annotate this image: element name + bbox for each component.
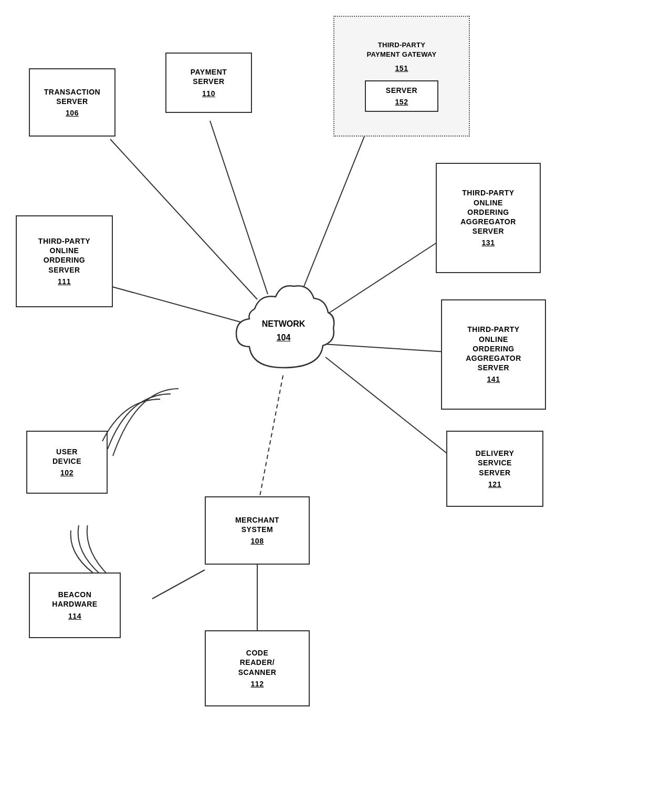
svg-line-1 bbox=[210, 121, 268, 294]
aggregator-131-node: THIRD-PARTYONLINEORDERINGAGGREGATORSERVE… bbox=[436, 163, 541, 273]
wireless-arcs-1 bbox=[97, 373, 181, 457]
transaction-server-label: TRANSACTIONSERVER bbox=[44, 87, 100, 106]
aggregator-141-label: THIRD-PARTYONLINEORDERINGAGGREGATORSERVE… bbox=[466, 325, 521, 372]
code-reader-label: CODEREADER/SCANNER bbox=[238, 648, 277, 677]
payment-server-id: 110 bbox=[202, 89, 215, 98]
gateway-outer-node: THIRD-PARTYPAYMENT GATEWAY 151 SERVER 15… bbox=[333, 16, 470, 137]
network-label: NETWORK 104 bbox=[262, 318, 306, 344]
transaction-server-id: 106 bbox=[66, 108, 79, 118]
user-device-node: USERDEVICE 102 bbox=[26, 431, 108, 494]
payment-server-node: PAYMENTSERVER 110 bbox=[165, 53, 252, 113]
server-152-id: 152 bbox=[395, 97, 408, 107]
svg-line-0 bbox=[110, 139, 257, 299]
ordering-server-111-label: THIRD-PARTYONLINEORDERINGSERVER bbox=[38, 236, 90, 275]
delivery-service-node: DELIVERYSERVICESERVER 121 bbox=[446, 431, 543, 507]
aggregator-131-label: THIRD-PARTYONLINEORDERINGAGGREGATORSERVE… bbox=[460, 188, 516, 236]
svg-line-5 bbox=[323, 344, 446, 352]
merchant-system-node: MERCHANTSYSTEM 108 bbox=[205, 496, 310, 565]
svg-line-7 bbox=[257, 373, 284, 509]
aggregator-141-id: 141 bbox=[487, 374, 500, 384]
server-152-node: SERVER 152 bbox=[365, 80, 438, 112]
svg-line-3 bbox=[110, 286, 244, 323]
merchant-system-label: MERCHANTSYSTEM bbox=[235, 515, 279, 534]
ordering-server-111-id: 111 bbox=[58, 277, 71, 286]
beacon-hardware-label: BEACONHARDWARE bbox=[52, 590, 97, 609]
delivery-service-label: DELIVERYSERVICESERVER bbox=[476, 449, 514, 477]
aggregator-131-id: 131 bbox=[482, 238, 495, 247]
code-reader-node: CODEREADER/SCANNER 112 bbox=[205, 630, 310, 706]
svg-line-6 bbox=[326, 357, 452, 457]
aggregator-141-node: THIRD-PARTYONLINEORDERINGAGGREGATORSERVE… bbox=[441, 299, 546, 410]
ordering-server-111-node: THIRD-PARTYONLINEORDERINGSERVER 111 bbox=[16, 215, 113, 307]
server-152-label: SERVER bbox=[386, 86, 417, 95]
beacon-hardware-node: BEACONHARDWARE 114 bbox=[29, 572, 121, 638]
user-device-label: USERDEVICE bbox=[52, 447, 81, 466]
diagram-container: NETWORK 104 TRANSACTIONSERVER 106 PAYMEN… bbox=[0, 0, 651, 812]
code-reader-id: 112 bbox=[251, 679, 264, 689]
user-device-id: 102 bbox=[60, 468, 74, 477]
svg-line-9 bbox=[152, 570, 205, 599]
network-node: NETWORK 104 bbox=[226, 278, 341, 383]
merchant-system-id: 108 bbox=[251, 536, 264, 546]
payment-server-label: PAYMENTSERVER bbox=[191, 67, 227, 86]
beacon-hardware-id: 114 bbox=[68, 611, 81, 621]
delivery-service-id: 121 bbox=[488, 480, 501, 489]
gateway-label: THIRD-PARTYPAYMENT GATEWAY bbox=[366, 40, 436, 59]
transaction-server-node: TRANSACTIONSERVER 106 bbox=[29, 68, 116, 137]
gateway-id: 151 bbox=[395, 64, 408, 73]
